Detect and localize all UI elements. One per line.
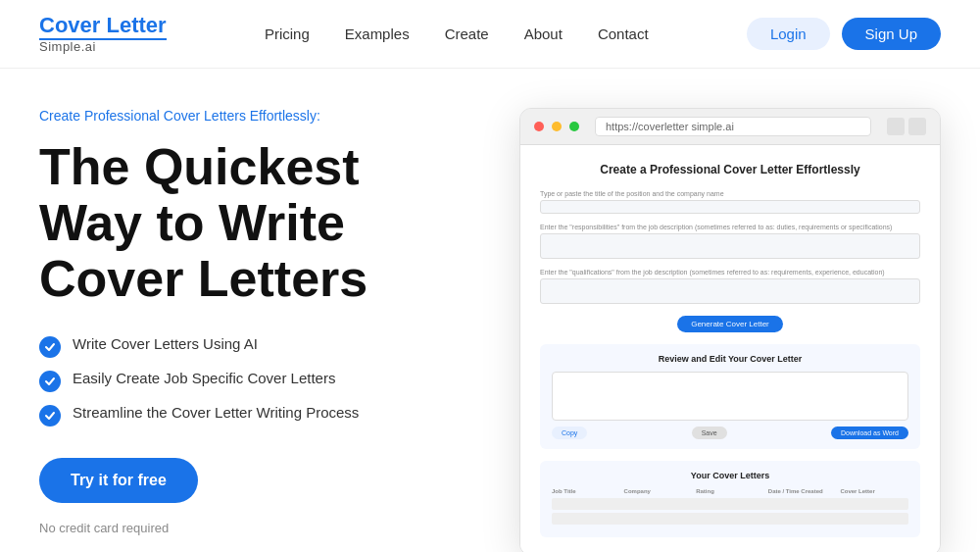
mockup-th-1: Job Title (552, 488, 620, 494)
nav-link-examples[interactable]: Examples (345, 25, 410, 42)
logo-name-bottom: Simple.ai (39, 40, 167, 54)
hero-title-line3: Cover Letters (39, 250, 368, 307)
mockup-page-title: Create a Professional Cover Letter Effor… (540, 163, 920, 176)
mockup-letters-section: Your Cover Letters Job Title Company Rat… (540, 461, 920, 537)
mockup-review-title: Review and Edit Your Cover Letter (552, 354, 908, 364)
logo-name-top: Cover Letter (39, 14, 167, 37)
mockup-table-row-1 (552, 498, 908, 510)
nav-link-create[interactable]: Create (445, 25, 489, 42)
nav-link-about[interactable]: About (524, 25, 563, 42)
hero-title-line1: The Quickest (39, 138, 360, 195)
login-button[interactable]: Login (747, 18, 830, 50)
mockup-review-section: Review and Edit Your Cover Letter Copy S… (540, 344, 920, 449)
features-list: Write Cover Letters Using AI Easily Crea… (39, 335, 470, 427)
hero-tagline: Create Professional Cover Letters Effort… (39, 108, 470, 124)
nav-link-contact[interactable]: Contact (598, 25, 649, 42)
mockup-field1-label: Type or paste the title of the position … (540, 190, 920, 197)
dot-green (569, 122, 579, 131)
mockup-th-4: Date / Time Created (768, 488, 837, 494)
hero-left: Create Professional Cover Letters Effort… (39, 108, 470, 535)
try-free-button[interactable]: Try it for free (39, 458, 198, 503)
checkmark-icon-2 (39, 371, 61, 392)
browser-buttons (887, 118, 926, 135)
nav-links: Pricing Examples Create About Contact (265, 25, 649, 42)
feature-text-3: Streamline the Cover Letter Writing Proc… (73, 404, 359, 421)
mockup-copy-btn: Copy (552, 427, 587, 439)
mockup-editor (552, 372, 908, 421)
mockup-table-row-2 (552, 513, 908, 525)
dot-yellow (552, 122, 562, 131)
mockup-table-header: Job Title Company Rating Date / Time Cre… (552, 488, 908, 494)
browser-btn-add (908, 118, 926, 135)
signup-button[interactable]: Sign Up (842, 18, 941, 50)
mockup-field3-label: Enter the "qualifications" from the job … (540, 269, 920, 276)
browser-mockup: https://coverletter simple.ai Create a P… (519, 108, 941, 552)
hero-section: Create Professional Cover Letters Effort… (0, 69, 980, 552)
mockup-textarea2 (540, 278, 920, 304)
mockup-generate-btn: Generate Cover Letter (677, 316, 783, 332)
mockup-letters-title: Your Cover Letters (552, 471, 908, 480)
browser-content: Create a Professional Cover Letter Effor… (520, 145, 940, 552)
browser-btn-share (887, 118, 905, 135)
feature-item-1: Write Cover Letters Using AI (39, 335, 470, 358)
checkmark-icon-3 (39, 405, 61, 427)
navbar: Cover Letter Simple.ai Pricing Examples … (0, 0, 980, 69)
hero-title-line2: Way to Write (39, 194, 345, 251)
mockup-th-5: Cover Letter (840, 488, 908, 494)
nav-link-pricing[interactable]: Pricing (265, 25, 310, 42)
address-bar: https://coverletter simple.ai (595, 117, 871, 136)
nav-actions: Login Sign Up (747, 18, 941, 50)
hero-subtitle: No credit card required (39, 521, 470, 535)
mockup-textarea1 (540, 233, 920, 259)
checkmark-icon-1 (39, 336, 61, 358)
browser-window: https://coverletter simple.ai Create a P… (519, 108, 941, 552)
hero-title: The Quickest Way to Write Cover Letters (39, 139, 470, 308)
dot-red (534, 122, 544, 131)
mockup-action-row: Copy Save Download as Word (552, 427, 908, 439)
logo: Cover Letter Simple.ai (39, 14, 167, 54)
mockup-field2-label: Enter the "responsibilities" from the jo… (540, 224, 920, 230)
browser-bar: https://coverletter simple.ai (520, 109, 940, 145)
feature-text-1: Write Cover Letters Using AI (73, 335, 258, 352)
mockup-th-2: Company (624, 488, 693, 494)
feature-item-2: Easily Create Job Specific Cover Letters (39, 370, 470, 392)
mockup-th-3: Rating (696, 488, 764, 494)
mockup-generate-row: Generate Cover Letter (540, 316, 920, 332)
feature-item-3: Streamline the Cover Letter Writing Proc… (39, 404, 470, 427)
mockup-field3: Enter the "qualifications" from the job … (540, 269, 920, 304)
mockup-field1: Type or paste the title of the position … (540, 190, 920, 214)
mockup-download-btn: Download as Word (831, 427, 908, 439)
mockup-input1 (540, 200, 920, 214)
mockup-field2: Enter the "responsibilities" from the jo… (540, 224, 920, 259)
mockup-save-btn: Save (692, 427, 727, 439)
feature-text-2: Easily Create Job Specific Cover Letters (73, 370, 335, 386)
